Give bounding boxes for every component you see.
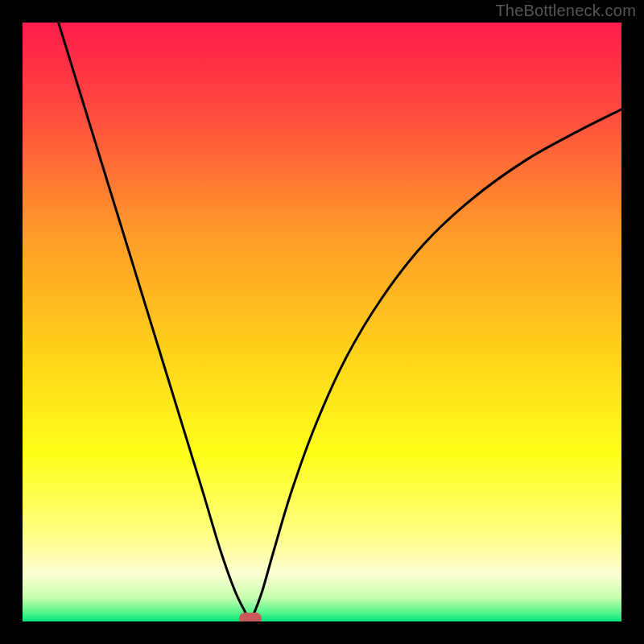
bottleneck-curve bbox=[23, 23, 621, 621]
chart-frame: TheBottleneck.com bbox=[0, 0, 644, 644]
watermark-text: TheBottleneck.com bbox=[495, 2, 636, 20]
plot-area bbox=[23, 23, 621, 621]
optimal-point-marker bbox=[239, 613, 262, 621]
